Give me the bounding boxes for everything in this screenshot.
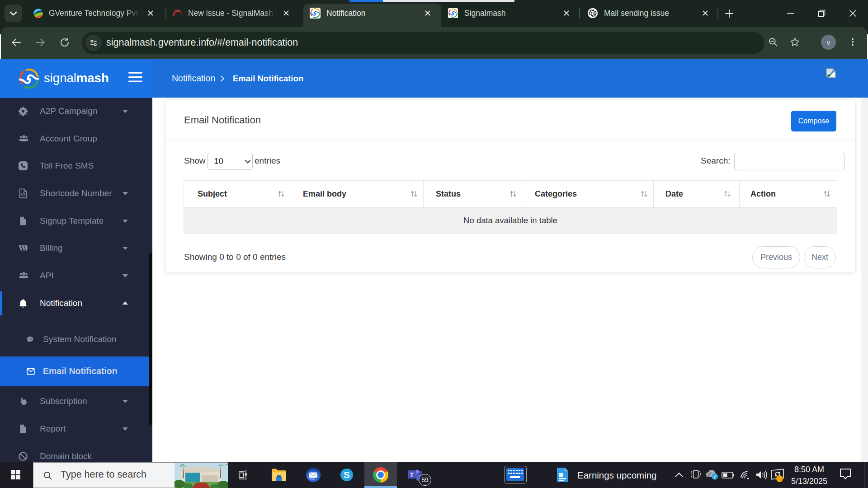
svg-text:i: i — [714, 474, 716, 479]
svg-text:S: S — [344, 470, 349, 480]
svg-text:T: T — [410, 472, 414, 478]
